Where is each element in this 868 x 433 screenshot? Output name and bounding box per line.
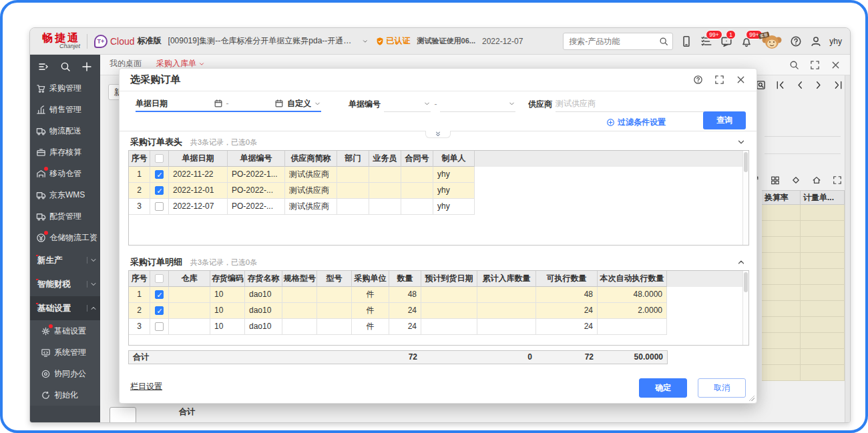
calendar-icon[interactable] (274, 99, 284, 108)
column-header[interactable]: 规格型号 (282, 271, 317, 287)
dialog-maximize-icon[interactable] (714, 75, 724, 85)
fullscreen-icon[interactable] (833, 175, 842, 185)
column-header[interactable]: 可执行数量 (536, 271, 598, 287)
column-header[interactable]: 型号 (317, 271, 352, 287)
column-header[interactable]: 数量 (389, 271, 421, 287)
column-header[interactable]: 序号 (129, 271, 150, 287)
supplier-input[interactable]: 测试供应商 (556, 96, 743, 112)
table-row[interactable]: 210dao10件24242.0000 (129, 303, 748, 319)
sidebar-item-initialization[interactable]: 初始化 (30, 384, 100, 406)
column-header[interactable]: 本次自动执行数量 (598, 271, 667, 287)
first-record-icon[interactable] (775, 80, 785, 90)
sidebar-item-system-mgmt[interactable]: 系统管理 (30, 342, 100, 363)
dialog-help-icon[interactable] (693, 75, 703, 85)
column-header[interactable]: 采购单位 (352, 271, 389, 287)
sidebar-item-logistics[interactable]: 物流配送 (30, 120, 100, 141)
sidebar-item-mobile-warehouse[interactable]: 移动仓管 (30, 163, 100, 184)
sidebar-item-jd-wms[interactable]: 京东WMS (30, 184, 100, 205)
docno-from-select[interactable] (384, 96, 431, 112)
column-header[interactable]: 存货名称 (245, 271, 282, 287)
sidebar-item-purchase[interactable]: 采购管理 (30, 77, 100, 99)
select-all-checkbox[interactable] (155, 154, 164, 163)
column-header[interactable]: 合同号 (401, 151, 433, 167)
product-search-input[interactable] (568, 36, 656, 47)
tag-icon[interactable] (791, 175, 801, 185)
sidebar-item-collab-office[interactable]: 协同办公 (30, 363, 100, 384)
filter-settings-link[interactable]: 过滤条件设置 (606, 117, 666, 128)
column-header[interactable]: 供应商简称 (285, 151, 337, 167)
prev-record-icon[interactable] (795, 80, 805, 90)
messages-button[interactable]: 1 (720, 35, 733, 48)
sidebar-search-icon[interactable] (60, 61, 71, 72)
row-checkbox[interactable] (155, 170, 164, 179)
page-search-icon[interactable] (789, 60, 799, 70)
page-fullscreen-icon[interactable] (810, 60, 820, 70)
sidebar-item-distribution[interactable]: 配货管理 (30, 205, 100, 227)
column-header[interactable]: 部门 (337, 151, 369, 167)
tasks-button[interactable]: 99+ (700, 35, 713, 48)
sidebar-item-basic-settings[interactable]: 基础设置 (30, 320, 100, 342)
last-record-icon[interactable] (833, 80, 843, 90)
column-header[interactable] (150, 151, 169, 167)
query-button[interactable]: 查询 (703, 111, 746, 129)
table-scrollbar[interactable] (742, 271, 748, 345)
sidebar-item-smart-finance[interactable]: 智能财税 (30, 272, 100, 296)
table-row[interactable]: 12022-11-22PO-2022-1...测试供应商yhy (129, 167, 748, 183)
select-all-checkbox[interactable] (155, 274, 164, 283)
home-icon[interactable] (812, 175, 821, 185)
row-checkbox[interactable] (155, 322, 164, 331)
product-search-box[interactable] (563, 33, 673, 50)
column-header[interactable]: 仓库 (169, 271, 210, 287)
ok-button[interactable]: 确定 (639, 378, 687, 398)
row-checkbox[interactable] (155, 290, 164, 299)
page-close-icon[interactable] (831, 60, 841, 70)
dialog-resize-handle[interactable] (748, 395, 754, 401)
bg-form-field (765, 153, 841, 154)
collapse-section-icon[interactable] (736, 137, 746, 147)
sidebar-add-icon[interactable] (81, 61, 92, 72)
column-header[interactable]: 累计入库数量 (477, 271, 536, 287)
next-record-icon[interactable] (814, 80, 824, 90)
table-row[interactable]: 22022-12-01PO-2022-...测试供应商yhy (129, 183, 748, 199)
sidebar-item-sales[interactable]: 销售管理 (30, 99, 100, 120)
date-to-input[interactable] (232, 96, 272, 111)
docno-to-select[interactable] (440, 96, 515, 112)
date-from-input[interactable] (171, 96, 210, 111)
column-header[interactable]: 单据日期 (169, 151, 228, 167)
sidebar-item-inventory[interactable]: 库存核算 (30, 141, 100, 163)
column-header[interactable]: 单据编号 (228, 151, 285, 167)
query-icon[interactable] (756, 80, 766, 90)
search-icon[interactable] (659, 37, 668, 46)
sidebar-item-warehouse-payroll[interactable]: 仓储物流工资 (30, 227, 100, 248)
column-header[interactable]: 序号 (129, 151, 150, 167)
collapse-section-icon[interactable] (736, 258, 746, 267)
user-button[interactable] (809, 35, 823, 48)
row-checkbox[interactable] (155, 186, 164, 195)
row-checkbox[interactable] (155, 306, 164, 315)
account-switcher[interactable]: [009019]集测--仓库标准分开单据立账异pda--开通友空... (168, 35, 369, 47)
grid-icon[interactable] (771, 175, 780, 185)
column-header[interactable]: 存货编码 (210, 271, 245, 287)
sidebar-item-new-production[interactable]: 新生产 (30, 248, 100, 272)
cancel-button[interactable]: 取消 (698, 378, 746, 398)
column-settings-link[interactable]: 栏目设置 (130, 381, 162, 392)
support-mascot-button[interactable]: 客服 (760, 33, 783, 50)
column-header[interactable]: 预计到货日期 (421, 271, 477, 287)
notifications-button[interactable]: 99+ (740, 35, 753, 48)
date-mode-select[interactable]: 自定义 (287, 98, 321, 109)
help-button[interactable] (789, 35, 803, 48)
sidebar-item-basic-settings-group[interactable]: 基础设置 (30, 296, 100, 320)
table-row[interactable]: 110dao10件484848.0000 (129, 287, 748, 303)
dialog-close-icon[interactable] (736, 75, 746, 85)
table-row[interactable]: 310dao10件2424 (129, 319, 748, 335)
column-header[interactable]: 业务员 (369, 151, 401, 167)
mobile-app-button[interactable] (680, 35, 693, 48)
menu-toggle-icon[interactable] (38, 61, 49, 72)
calendar-icon[interactable] (214, 99, 223, 108)
table-scrollbar[interactable] (742, 151, 748, 245)
table-row[interactable]: 32022-12-07PO-2022-...测试供应商yhy (129, 199, 748, 215)
page-scrollbar[interactable] (845, 75, 850, 422)
row-checkbox[interactable] (155, 202, 164, 211)
column-header[interactable]: 制单人 (433, 151, 475, 167)
column-header[interactable] (150, 271, 169, 287)
